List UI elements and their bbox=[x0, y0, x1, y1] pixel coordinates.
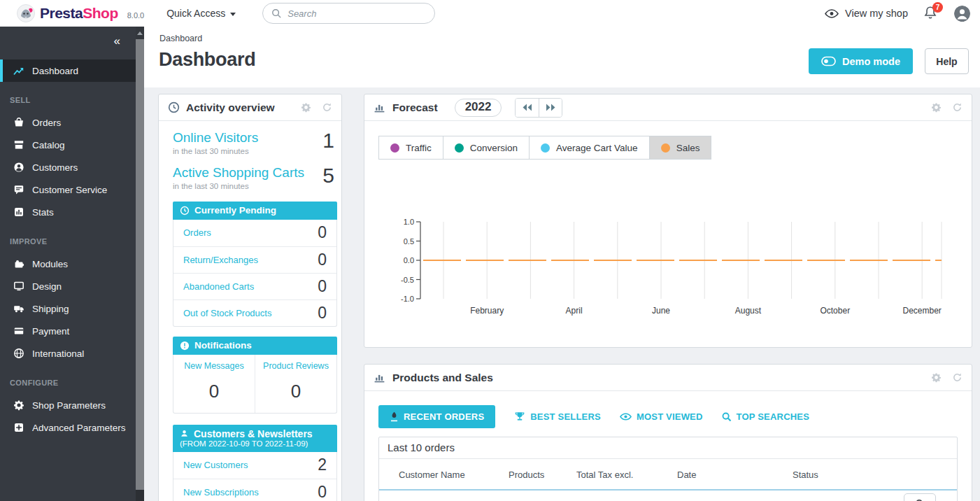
col-total-tax-excl: Total Tax excl. bbox=[576, 470, 677, 480]
tab-most-viewed[interactable]: MOST VIEWED bbox=[620, 405, 703, 428]
pending-orders-link[interactable]: Orders bbox=[183, 227, 211, 238]
sidebar-item-label: International bbox=[32, 348, 84, 359]
orders-table-header: Customer Name Products Total Tax excl. D… bbox=[379, 459, 957, 491]
svg-text:December: December bbox=[903, 306, 942, 316]
next-year-button[interactable] bbox=[539, 99, 562, 117]
previous-year-button[interactable] bbox=[516, 99, 539, 117]
search-icon bbox=[722, 412, 732, 422]
out-of-stock-link[interactable]: Out of Stock Products bbox=[183, 308, 271, 318]
panel-settings-gear-icon[interactable] bbox=[301, 102, 311, 113]
prestashop-wordmark: PrestaShop bbox=[40, 5, 118, 22]
pending-returns-link[interactable]: Return/Exchanges bbox=[183, 255, 258, 265]
tab-best-sellers[interactable]: BEST SELLERS bbox=[514, 405, 601, 428]
activity-panel-title: Activity overview bbox=[186, 101, 275, 114]
basket-icon bbox=[13, 117, 24, 129]
scrollbar-thumb[interactable] bbox=[136, 39, 144, 490]
sidebar-collapse-button[interactable]: « bbox=[114, 35, 120, 47]
sidebar-item-catalog[interactable]: Catalog bbox=[0, 134, 136, 156]
online-visitors-link[interactable]: Online Visitors bbox=[173, 130, 258, 146]
person-circle-icon bbox=[13, 162, 24, 174]
svg-text:1.0: 1.0 bbox=[404, 218, 414, 226]
sidebar-item-advanced-parameters[interactable]: Advanced Parameters bbox=[0, 416, 136, 439]
panel-settings-gear-icon[interactable] bbox=[931, 102, 942, 113]
new-subscriptions-link[interactable]: New Subscriptions bbox=[183, 487, 259, 498]
online-visitors-value: 1 bbox=[322, 130, 337, 151]
tab-recent-orders[interactable]: RECENT ORDERS bbox=[378, 405, 495, 428]
sidebar-item-label: Shipping bbox=[32, 304, 69, 314]
activity-overview-panel: Activity overview Online Visitors in the… bbox=[158, 94, 342, 501]
sidebar-nav: Dashboard SELL Orders Catalog Customers bbox=[0, 59, 136, 439]
sidebar-item-shipping[interactable]: Shipping bbox=[0, 297, 136, 320]
svg-text:April: April bbox=[566, 306, 583, 316]
currently-pending-rows: Orders 0 Return/Exchanges 0 Abandoned Ca… bbox=[173, 220, 337, 327]
svg-text:August: August bbox=[735, 306, 762, 316]
conversion-dot-icon bbox=[455, 143, 464, 153]
sidebar-item-label: Design bbox=[32, 281, 62, 292]
panel-refresh-icon[interactable] bbox=[952, 102, 963, 113]
new-subscriptions-value: 0 bbox=[318, 483, 327, 501]
product-reviews-value: 0 bbox=[255, 381, 336, 402]
search-input[interactable] bbox=[287, 8, 426, 19]
sidebar-item-label: Catalog bbox=[32, 140, 65, 150]
panel-settings-gear-icon[interactable] bbox=[931, 372, 942, 383]
gear-icon bbox=[13, 400, 24, 411]
tab-top-searches[interactable]: TOP SEARCHES bbox=[722, 405, 810, 428]
tab-average-cart-value[interactable]: Average Cart Value bbox=[529, 136, 650, 160]
new-messages-link[interactable]: New Messages bbox=[173, 361, 255, 371]
abandoned-carts-row: Abandoned Carts 0 bbox=[173, 273, 336, 299]
sidebar-item-label: Modules bbox=[32, 259, 68, 269]
person-icon bbox=[180, 429, 189, 438]
scrollbar-up-button[interactable] bbox=[136, 27, 144, 39]
search-icon bbox=[271, 8, 282, 19]
sidebar-item-orders[interactable]: Orders bbox=[0, 111, 136, 134]
sidebar-section-configure: CONFIGURE bbox=[0, 365, 136, 394]
demo-mode-button[interactable]: Demo mode bbox=[809, 48, 913, 74]
toggle-icon bbox=[821, 56, 836, 66]
help-button[interactable]: Help bbox=[925, 48, 969, 74]
sidebar-item-design[interactable]: Design bbox=[0, 275, 136, 297]
svg-text:-1.0: -1.0 bbox=[401, 295, 414, 303]
panel-refresh-icon[interactable] bbox=[322, 102, 332, 113]
products-tabs: RECENT ORDERS BEST SELLERS MOST VIEWED T… bbox=[378, 405, 958, 428]
global-search bbox=[262, 3, 435, 24]
active-carts-link[interactable]: Active Shopping Carts bbox=[173, 165, 304, 181]
customers-date-range: (FROM 2022-10-09 TO 2022-11-09) bbox=[180, 439, 308, 448]
dashboard-content: Activity overview Online Visitors in the… bbox=[144, 87, 980, 501]
sidebar-item-international[interactable]: International bbox=[0, 342, 136, 365]
activity-panel-header: Activity overview bbox=[159, 94, 341, 121]
new-customers-value: 2 bbox=[318, 456, 327, 474]
breadcrumb[interactable]: Dashboard bbox=[159, 34, 202, 43]
tab-conversion[interactable]: Conversion bbox=[443, 136, 530, 160]
sidebar-item-label: Payment bbox=[32, 326, 69, 337]
sidebar-item-dashboard[interactable]: Dashboard bbox=[0, 59, 136, 82]
new-customers-link[interactable]: New Customers bbox=[183, 460, 248, 470]
order-details-button[interactable] bbox=[904, 493, 936, 501]
tab-sales[interactable]: Sales bbox=[649, 136, 712, 160]
quick-access-dropdown[interactable]: Quick Access bbox=[166, 8, 236, 19]
chevron-up-icon bbox=[137, 31, 143, 35]
trending-up-icon bbox=[13, 65, 24, 77]
prestashop-logo[interactable]: PrestaShop 8.0.0 bbox=[17, 4, 144, 22]
bar-chart-icon bbox=[374, 101, 386, 113]
abandoned-carts-value: 0 bbox=[318, 277, 327, 296]
view-my-shop-link[interactable]: View my shop bbox=[825, 8, 908, 19]
svg-text:0.0: 0.0 bbox=[404, 256, 414, 264]
tab-traffic[interactable]: Traffic bbox=[378, 136, 443, 160]
user-avatar-button[interactable] bbox=[954, 6, 970, 22]
new-messages-value: 0 bbox=[173, 381, 255, 402]
sidebar-item-customers[interactable]: Customers bbox=[0, 156, 136, 178]
abandoned-carts-link[interactable]: Abandoned Carts bbox=[183, 281, 254, 292]
sidebar-item-customer-service[interactable]: Customer Service bbox=[0, 178, 136, 201]
sidebar-item-shop-parameters[interactable]: Shop Parameters bbox=[0, 394, 136, 416]
notifications-count-badge: 7 bbox=[932, 2, 943, 13]
sidebar-item-stats[interactable]: Stats bbox=[0, 201, 136, 223]
panel-refresh-icon[interactable] bbox=[952, 372, 963, 383]
truck-icon bbox=[13, 303, 24, 315]
fast-forward-icon bbox=[546, 104, 556, 111]
sidebar-item-modules[interactable]: Modules bbox=[0, 253, 136, 275]
traffic-dot-icon bbox=[390, 143, 399, 153]
product-reviews-link[interactable]: Product Reviews bbox=[255, 361, 336, 371]
svg-text:October: October bbox=[820, 306, 850, 316]
notifications-bell-button[interactable]: 7 bbox=[923, 6, 939, 21]
sidebar-item-payment[interactable]: Payment bbox=[0, 320, 136, 342]
